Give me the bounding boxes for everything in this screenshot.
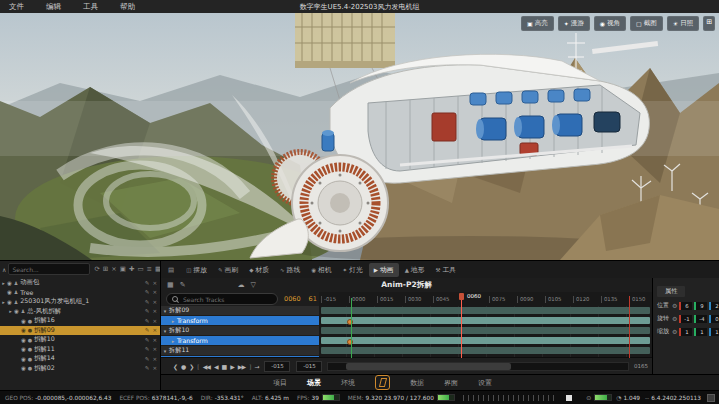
scale-marker[interactable] [566,395,572,401]
menu-edit[interactable]: 编辑 [46,2,61,12]
tab-material[interactable]: ◆ 材质 [244,263,274,277]
visibility-eye-icon[interactable]: ◉ [21,365,26,371]
stop-button[interactable]: ■ [222,363,227,370]
tab-project[interactable]: 项目 [273,378,287,388]
position-y-field[interactable]: 9 [694,302,707,310]
tab-interface[interactable]: 界面 [444,378,458,388]
menu-help[interactable]: 帮助 [120,2,135,12]
delete-icon[interactable]: × [152,327,157,333]
tree-row-part11[interactable]: ◉ ● 拆解11 ✎ × [0,345,160,355]
delete-icon[interactable]: × [152,337,157,343]
edit-icon[interactable]: ✎ [145,289,150,295]
visibility-eye-icon[interactable]: ◉ [21,337,26,343]
sequencer-grid-icon[interactable]: ▦ [167,281,174,289]
delete-icon[interactable]: × [152,299,157,305]
list-icon[interactable]: ≡ [147,264,152,274]
visibility-eye-icon[interactable]: ◉ [14,308,19,314]
tree-row-part16[interactable]: ◉ ● 拆解16 ✎ × [0,316,160,326]
timeline-scrollbar[interactable] [327,362,629,371]
visibility-eye-icon[interactable]: ◉ [7,299,12,305]
transform-track-row[interactable]: ▸ Transform [161,336,319,345]
go-to-start-button[interactable]: ◀◀ [203,363,210,370]
flatten-icon[interactable]: ▭ [137,264,143,274]
screenshot-button[interactable]: ▢ 截图 [630,16,663,31]
panel-toggle-icon[interactable]: ▤ [168,266,174,274]
collapse-panel-icon[interactable]: ∧ [2,266,6,273]
playhead-line[interactable] [461,294,462,358]
tree-row-part14[interactable]: ◉ ● 拆解14 ✎ × [0,354,160,364]
tab-place[interactable]: ◫ 摆放 [181,263,212,277]
keyframe-marker[interactable] [347,339,353,345]
step-back-button[interactable]: ◀ [214,363,218,370]
position-z-field[interactable]: 2 [709,302,719,310]
refresh-icon[interactable]: ⟳ [94,264,99,274]
gear-icon[interactable]: ⚙ [672,328,677,335]
tab-environment[interactable]: 环境 [341,378,355,388]
track-group-row[interactable]: ▾ 拆解10 [161,326,319,335]
tree-search-input[interactable] [8,263,90,275]
tree-row-animpack[interactable]: ▸ ◉ ♟ 动画包 ✎ × [0,278,160,288]
position-x-field[interactable]: 6 [679,302,692,310]
scale-z-field[interactable]: 1 [709,328,719,336]
playhead-handle[interactable] [459,293,464,300]
current-frame-value[interactable]: 0060 [284,295,301,303]
edit-icon[interactable]: ✎ [145,337,150,343]
delete-icon[interactable]: × [152,280,157,286]
collapse-arrow-icon[interactable]: ▾ [161,308,169,314]
delete-icon[interactable]: × [152,318,157,324]
frame-select-icon[interactable]: ▣ [120,264,126,274]
tab-tools[interactable]: ⚒ 工具 [430,263,461,277]
rotation-z-field[interactable]: 0 [709,315,719,323]
track-search[interactable] [166,293,278,305]
collapse-arrow-icon[interactable]: ▾ [161,348,169,354]
visibility-eye-icon[interactable]: ◉ [21,318,26,324]
expand-arrow-icon[interactable]: ▸ [7,308,14,314]
rotation-x-field[interactable]: -1 [679,315,692,323]
edit-icon[interactable]: ✎ [145,327,150,333]
track-lane-area[interactable] [319,306,652,358]
scale-y-field[interactable]: 1 [694,328,707,336]
tab-light[interactable]: ✦ 灯光 [338,263,368,277]
edit-icon[interactable]: ✎ [145,308,150,314]
loop-button[interactable]: → [254,363,258,370]
range-start-field[interactable]: -015 [264,361,290,372]
filter-icon[interactable]: ▽ [251,281,256,289]
edit-icon[interactable]: ✎ [145,356,150,362]
transform-track-row[interactable]: ▸ Transform [161,316,319,325]
tree-row-part10[interactable]: ◉ ● 拆解10 ✎ × [0,335,160,345]
edit-icon[interactable]: ✎ [145,346,150,352]
tree-row-part09-selected[interactable]: ◉ ● 拆解09 ✎ × [0,326,160,336]
tab-data[interactable]: 数据 [410,378,424,388]
visibility-eye-icon[interactable]: ◉ [7,280,12,286]
tree-row-disassembly-root[interactable]: ▸ ◉ ♟ 总-风机拆解 ✎ × [0,307,160,317]
visibility-eye-icon[interactable]: ◉ [21,327,26,333]
viewport-3d[interactable]: ▣ 高亮 ✦ 漫游 ◉ 视角 ▢ 截图 ☀ 日照 ⊞ [0,13,719,260]
highlight-button[interactable]: ▣ 高亮 [521,16,554,31]
visibility-eye-icon[interactable]: ◉ [21,346,26,352]
prev-key-button[interactable]: ❮ [173,363,177,370]
menu-tools[interactable]: 工具 [83,2,98,12]
layout-grid-button[interactable]: ⊞ [703,16,715,31]
keyframe-marker[interactable] [347,319,353,325]
visibility-eye-icon[interactable]: ◉ [21,356,26,362]
scrollbar-thumb[interactable] [346,363,511,370]
delete-icon[interactable]: × [152,346,157,352]
delete-icon[interactable]: × [152,365,157,371]
add-icon[interactable]: ✚ [129,264,134,274]
status-end-icon[interactable] [707,394,715,402]
tab-terrain[interactable]: ▲ 地形 [400,263,430,277]
clear-icon[interactable]: × [111,264,116,274]
tree-row-turbine-group[interactable]: ▸ ◉ ♟ 250301风力发电机组_1 ✎ × [0,297,160,307]
delete-icon[interactable]: × [152,356,157,362]
scale-x-field[interactable]: 1 [679,328,692,336]
delete-icon[interactable]: × [152,308,157,314]
go-to-end-button[interactable]: ▶▶ [238,363,245,370]
tab-animation[interactable]: ▶ 动画 [369,263,399,277]
tab-camera[interactable]: ◉ 相机 [306,263,336,277]
gear-icon[interactable]: ⚙ [672,315,677,322]
edit-icon[interactable]: ✎ [145,365,150,371]
expand-arrow-icon[interactable]: ▸ [169,338,177,344]
visibility-eye-icon[interactable]: ◉ [7,289,12,295]
expand-arrow-icon[interactable]: ▸ [169,318,177,324]
tab-route[interactable]: ∿ 路线 [275,263,305,277]
